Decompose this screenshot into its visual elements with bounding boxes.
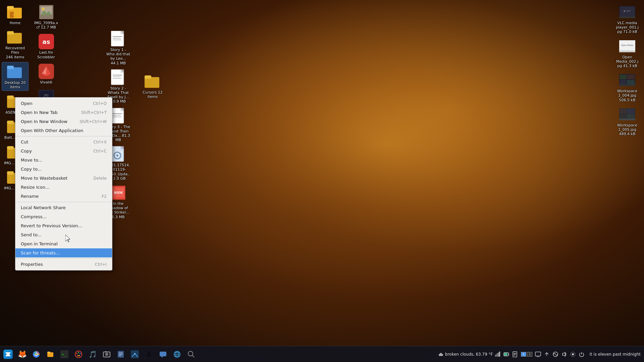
search-icon <box>187 350 195 358</box>
workspace-1[interactable]: 1 <box>521 352 526 357</box>
svg-rect-101 <box>119 355 121 356</box>
story1-icon <box>110 31 126 47</box>
svg-point-111 <box>188 351 193 356</box>
svg-rect-69 <box>620 74 626 79</box>
network-icon <box>495 351 501 357</box>
notes-button[interactable] <box>114 348 127 361</box>
ctx-open-new-window-label: Open In New Window <box>21 119 73 124</box>
ctx-move-wastebasket[interactable]: Move to Wastebasket Delete <box>15 174 112 183</box>
desktop-icon-workspace005[interactable]: Workspace 1_005.jpg 489.4 kB <box>614 105 641 138</box>
svg-rect-79 <box>619 118 635 120</box>
ctx-rename-label: Rename <box>21 194 95 199</box>
paint-button[interactable] <box>72 348 85 361</box>
svg-rect-34 <box>113 36 122 37</box>
firefox-icon: 🦊 <box>18 350 27 358</box>
music-button[interactable]: 🎵 <box>86 348 99 361</box>
terminal-button[interactable]: >_ <box>58 348 71 361</box>
svg-rect-125 <box>537 356 539 357</box>
svg-marker-80 <box>5 352 11 356</box>
notes-icon <box>117 350 125 358</box>
chat-button[interactable] <box>156 348 170 361</box>
vivaldi-label: Vivaldi <box>40 80 52 84</box>
cursors-folder-icon <box>145 73 161 89</box>
screenshot-button[interactable] <box>100 348 113 361</box>
svg-rect-73 <box>619 84 635 86</box>
svg-rect-119 <box>508 354 509 355</box>
svg-rect-118 <box>504 353 507 356</box>
anchor-button[interactable]: ⚓ <box>142 348 156 361</box>
svg-rect-114 <box>496 354 497 357</box>
desktop-icon-cursors[interactable]: Cursors 12 items <box>139 72 166 100</box>
svg-point-89 <box>76 353 77 354</box>
ctx-open-terminal[interactable]: Open in Terminal <box>15 239 112 248</box>
svg-point-90 <box>78 352 79 353</box>
svg-rect-123 <box>514 355 515 356</box>
desktop-icon-lastfm[interactable]: as Last.fm Scrobbler <box>33 32 60 60</box>
desktop-icon-vlc001[interactable]: ▶ VLC VLC media player_001.jpg 71.0 kB <box>614 3 641 36</box>
svg-rect-36 <box>113 40 121 40</box>
home-icon-label: Home <box>10 21 20 25</box>
chromium-icon <box>32 350 40 358</box>
svg-point-93 <box>77 355 78 356</box>
globe-icon <box>173 350 181 358</box>
system-tray-icons: 1 1 <box>495 351 585 357</box>
ctx-scan-threats-label: Scan for threats... <box>21 250 100 255</box>
ctx-open-new-window[interactable]: Open In New Window Shift+Ctrl+W <box>15 117 112 126</box>
ctx-cut[interactable]: Cut Ctrl+X <box>15 137 112 146</box>
ctx-open-new-tab[interactable]: Open In New Tab Shift+Ctrl+T <box>15 108 112 117</box>
ctx-scan-threats[interactable]: Scan for threats... <box>15 248 112 257</box>
story1-label: Story 1 - Who did that by Leo... 44.1 MB <box>106 48 130 65</box>
workspace-2[interactable]: 1 <box>527 352 532 357</box>
svg-rect-75 <box>620 109 626 114</box>
ctx-open-shortcut: Ctrl+O <box>93 101 107 106</box>
firefox-button[interactable]: 🦊 <box>15 348 29 361</box>
ctx-copy-to[interactable]: Copy to... <box>15 165 112 174</box>
inkscape-button[interactable] <box>128 348 142 361</box>
ctx-resize-icon[interactable]: Resize Icon... <box>15 183 112 192</box>
weather-text: broken clouds, 63.79 °F <box>445 352 493 357</box>
ctx-send-to[interactable]: Send to... <box>15 230 112 239</box>
svg-rect-40 <box>113 75 122 75</box>
page-icon <box>512 351 518 357</box>
ctx-open-other-app[interactable]: Open With Other Application <box>15 126 112 135</box>
files-button[interactable] <box>44 348 57 361</box>
lastfm-icon: as <box>38 34 54 50</box>
svg-rect-77 <box>620 114 626 119</box>
desktop-icon-home[interactable]: Home <box>2 3 29 26</box>
taskbar-right: broken clouds, 63.79 °F <box>434 351 644 357</box>
battery-icon <box>503 351 509 357</box>
svg-rect-71 <box>620 80 626 85</box>
desktop-icon-workspace004[interactable]: Workspace 1_004.jpg 506.5 kB <box>614 71 641 104</box>
svg-rect-47 <box>113 115 121 116</box>
desktop-icon-openmedia002[interactable]: Open Media Open Media_002.jpg 41.3 kB <box>614 37 641 70</box>
desktop-icon-recovered[interactable]: Recovered Files 246 items <box>2 28 29 61</box>
desktop-icon-story1[interactable]: Story 1 - Who did that by Leo... 44.1 MB <box>105 29 132 67</box>
ctx-move-wastebasket-label: Move to Wastebasket <box>21 176 87 181</box>
globe-button[interactable] <box>170 348 184 361</box>
ctx-open-new-window-shortcut: Shift+Ctrl+W <box>79 119 107 124</box>
search-button[interactable] <box>184 348 198 361</box>
zorin-menu-button[interactable] <box>1 348 15 361</box>
taskbar-left: 🦊 >_ <box>0 348 199 361</box>
desktop-icon-vivaldi[interactable]: Vivaldi <box>33 62 60 86</box>
ctx-open[interactable]: Open Ctrl+O <box>15 99 112 108</box>
ctx-move-to[interactable]: Move to... <box>15 156 112 165</box>
svg-rect-63 <box>619 16 635 18</box>
svg-rect-46 <box>113 113 122 114</box>
svg-point-19 <box>42 8 45 10</box>
desktop-icon-img7099[interactable]: IMG_7099a.xcf 12.7 MB <box>33 3 60 31</box>
context-menu: Open Ctrl+O Open In New Tab Shift+Ctrl+T… <box>15 97 112 270</box>
ctx-properties[interactable]: Properties Ctrl+I <box>15 260 112 269</box>
svg-rect-121 <box>514 353 516 354</box>
zorin-logo <box>3 350 13 359</box>
ctx-compress[interactable]: Compress... <box>15 212 112 221</box>
chromium-button[interactable] <box>30 348 43 361</box>
ctx-local-network-share[interactable]: Local Network Share <box>15 203 112 212</box>
workspace-switcher: 1 1 <box>521 352 532 357</box>
ctx-revert-version[interactable]: Revert to Previous Version... <box>15 221 112 230</box>
svg-rect-48 <box>113 117 121 117</box>
svg-rect-13 <box>7 146 14 149</box>
ctx-copy[interactable]: Copy Ctrl+C <box>15 146 112 156</box>
ctx-rename[interactable]: Rename F2 <box>15 192 112 201</box>
desktop-icon-desktopfolder[interactable]: Desktop 20 items <box>2 62 29 91</box>
